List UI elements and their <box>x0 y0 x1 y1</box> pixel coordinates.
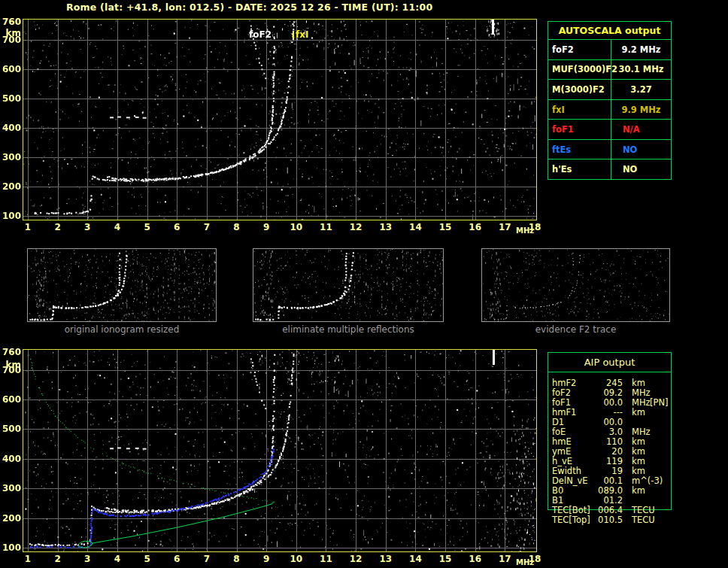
x-tick-label: 13 <box>377 554 395 564</box>
aip-panel-title: AIP output <box>548 353 671 372</box>
thumbnail-evidence-canvas <box>482 249 669 321</box>
autoscala-row-label: ftEs <box>548 140 611 159</box>
autoscala-row: h'EsNO <box>548 159 671 179</box>
thumbnail-caption-original: original ionogram resized <box>27 324 217 335</box>
x-tick-label: 2 <box>49 223 67 232</box>
autoscala-rows: foF29.2 MHzMUF(3000)F230.1 MHzM(3000)F23… <box>548 39 671 179</box>
autoscala-row-value: 9.2 MHz <box>611 40 671 59</box>
x-tick-label: 9 <box>257 554 275 564</box>
y-tick-label: 400 <box>1 454 21 464</box>
autoscala-row: fxI9.9 MHz <box>548 99 671 120</box>
y-tick-label: 400 <box>1 123 21 133</box>
x-tick-label: 1 <box>19 554 37 564</box>
y-tick-label: 600 <box>1 65 21 74</box>
thumbnail-eliminate-canvas <box>253 249 443 321</box>
x-tick-label: 8 <box>228 554 246 564</box>
x-tick-label: 10 <box>287 554 305 564</box>
autoscala-panel-title: AUTOSCALA output <box>548 22 671 39</box>
autoscala-row-value: 30.1 MHz <box>611 60 671 80</box>
bottom-ionogram-canvas <box>23 350 536 551</box>
y-tick-label: 300 <box>1 153 21 163</box>
autoscala-row-label: foF1 <box>548 120 611 139</box>
top-ionogram-canvas <box>23 20 536 220</box>
x-tick-label: 17 <box>496 554 514 564</box>
autoscala-output-panel: AUTOSCALA output foF29.2 MHzMUF(3000)F23… <box>548 21 672 180</box>
thumbnail-eliminate-reflections <box>253 248 444 322</box>
x-tick-label: 9 <box>257 223 275 232</box>
x-tick-label: 11 <box>317 554 335 564</box>
aip-row: TEC[Top]010.5TECU <box>548 515 670 525</box>
y-tick-label: 760 <box>1 17 21 27</box>
foF2-trace-label: foF2 <box>249 30 271 40</box>
x-tick-label: 2 <box>49 554 67 564</box>
thumbnail-evidence-f2 <box>481 248 670 322</box>
x-tick-label: 4 <box>108 554 126 564</box>
y-tick-label: 100 <box>1 543 21 553</box>
x-tick-label: 17 <box>496 223 514 232</box>
x-tick-label: 14 <box>406 554 424 564</box>
x-tick-label: 6 <box>168 554 186 564</box>
aip-param-unit: km <box>632 486 645 496</box>
y-tick-label: 300 <box>1 484 21 494</box>
aip-rows: hmF2245kmfoF209.2MHzfoF100.0MHz[PN]hmF1-… <box>548 378 670 525</box>
y-tick-label: 500 <box>1 424 21 434</box>
y-tick-label: 200 <box>1 514 21 524</box>
autoscala-row-value: NO <box>611 140 671 159</box>
autoscala-row-value: 9.9 MHz <box>611 100 671 120</box>
y-axis-unit-label: km <box>1 28 21 38</box>
aip-param-value: 010.5 <box>596 515 623 525</box>
x-tick-label: 5 <box>138 223 156 232</box>
thumbnail-caption-eliminate: eliminate multiple reflections <box>253 324 444 335</box>
aip-param-name: TEC[Top] <box>552 515 596 525</box>
x-tick-label: 11 <box>317 223 335 232</box>
window-title: Rome (lat: +41.8, lon: 012.5) - DATE: 20… <box>66 2 432 13</box>
x-tick-label: 13 <box>377 223 395 232</box>
autoscala-row-label: M(3000)F2 <box>548 80 611 99</box>
thumbnail-original-ionogram <box>27 248 217 322</box>
autoscala-row: MUF(3000)F230.1 MHz <box>548 59 671 80</box>
aip-param-unit: km <box>632 408 645 418</box>
thumbnail-caption-evidence: evidence F2 trace <box>481 324 670 335</box>
autoscala-row: foF29.2 MHz <box>548 39 671 59</box>
x-tick-label: 14 <box>406 223 424 232</box>
x-axis-unit-label-bottom: MHz <box>516 558 534 566</box>
y-axis-unit-label-bottom: km <box>1 360 21 370</box>
autoscala-row-label: h'Es <box>548 159 611 179</box>
autoscala-row-value: N/A <box>611 120 671 139</box>
fxI-trace-label: fxI <box>296 30 308 40</box>
autoscala-row-value: 3.27 <box>611 80 671 99</box>
x-tick-label: 3 <box>78 223 96 232</box>
x-tick-label: 8 <box>228 223 246 232</box>
aip-param-note: [PN] <box>650 398 669 408</box>
autoscala-row: ftEsNO <box>548 139 671 159</box>
x-tick-label: 3 <box>78 554 96 564</box>
autoscala-row: M(3000)F23.27 <box>548 79 671 99</box>
x-tick-label: 16 <box>466 223 484 232</box>
x-tick-label: 15 <box>436 223 454 232</box>
y-tick-label: 200 <box>1 182 21 192</box>
autoscala-row-label: fxI <box>548 100 611 120</box>
x-tick-label: 4 <box>108 223 126 232</box>
autoscala-row-label: MUF(3000)F2 <box>548 60 611 80</box>
y-tick-label: 600 <box>1 395 21 405</box>
autoscala-row-value: NO <box>611 159 671 179</box>
x-tick-label: 5 <box>138 554 156 564</box>
y-tick-label: 760 <box>1 348 21 357</box>
top-ionogram-plot <box>23 19 537 220</box>
bottom-ionogram-plot <box>23 349 537 552</box>
aip-param-unit: TECU <box>632 515 655 525</box>
x-tick-label: 6 <box>168 223 186 232</box>
x-tick-label: 15 <box>436 554 454 564</box>
x-tick-label: 12 <box>347 554 365 564</box>
thumbnail-original-canvas <box>28 249 216 321</box>
y-tick-label: 100 <box>1 211 21 221</box>
autoscala-window: { "header": {"title": "Rome (lat: +41.8,… <box>0 0 728 568</box>
x-tick-label: 12 <box>347 223 365 232</box>
x-axis-unit-label: MHz <box>516 226 534 235</box>
x-tick-label: 16 <box>466 554 484 564</box>
autoscala-row: foF1N/A <box>548 119 671 139</box>
y-tick-label: 500 <box>1 94 21 104</box>
autoscala-row-label: foF2 <box>548 40 611 59</box>
x-tick-label: 10 <box>287 223 305 232</box>
fxI-marker-icon <box>293 31 294 40</box>
